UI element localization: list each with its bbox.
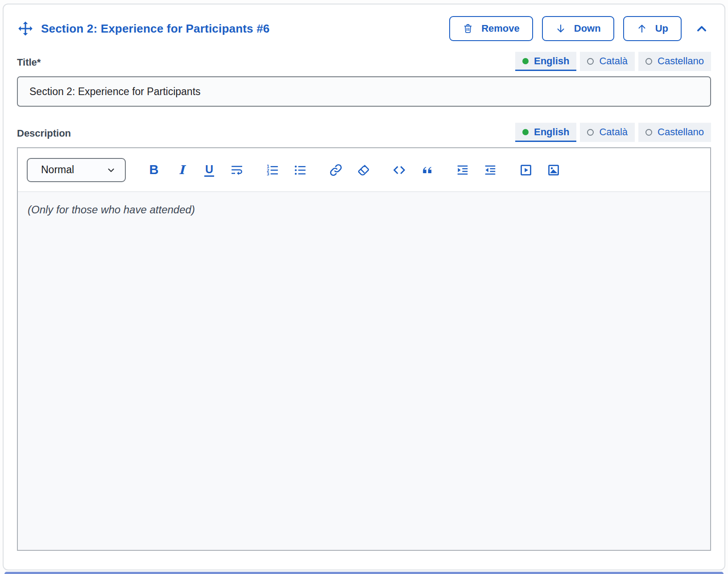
inactive-language-circle-icon (587, 58, 594, 65)
title-field-row: Title* English Català Castellano (17, 52, 711, 71)
arrow-down-icon (555, 23, 566, 34)
title-input[interactable] (17, 76, 711, 107)
description-lang-tab-catala[interactable]: Català (580, 123, 635, 142)
next-section-card-top-edge (4, 572, 724, 574)
video-icon[interactable] (518, 162, 534, 178)
trash-icon (463, 23, 473, 34)
description-field-row: Description English Català Castellano (17, 123, 711, 142)
text-wrap-icon[interactable] (229, 162, 244, 178)
title-lang-tab-castellano[interactable]: Castellano (638, 52, 711, 71)
active-language-dot-icon (522, 129, 529, 135)
underline-icon[interactable]: U (202, 162, 217, 178)
italic-icon[interactable]: I (174, 162, 189, 178)
paragraph-style-dropdown[interactable]: Normal (27, 158, 126, 182)
page: Section 2: Experience for Participants #… (0, 0, 728, 574)
title-language-tabs: English Català Castellano (515, 52, 711, 71)
description-label: Description (17, 128, 71, 142)
title-lang-tab-catala-label: Català (599, 55, 628, 67)
remove-button[interactable]: Remove (449, 16, 533, 41)
toolbar-group-indent (455, 162, 498, 178)
arrow-up-icon (637, 23, 647, 34)
toolbar-group-text-format: B I U (146, 162, 244, 178)
clear-formatting-eraser-icon[interactable] (356, 162, 371, 178)
chevron-down-icon (106, 165, 116, 175)
editor-paragraph: (Only for those who have attended) (28, 204, 700, 216)
indent-decrease-icon[interactable] (483, 162, 498, 178)
chevron-up-icon (695, 22, 708, 35)
remove-button-label: Remove (481, 23, 520, 34)
title-lang-tab-english[interactable]: English (515, 52, 576, 71)
up-button-label: Up (655, 23, 668, 34)
active-language-dot-icon (522, 58, 529, 64)
section-card: Section 2: Experience for Participants #… (3, 4, 725, 570)
image-icon[interactable] (546, 162, 561, 178)
section-title: Section 2: Experience for Participants #… (41, 22, 270, 36)
editor-content-area[interactable]: (Only for those who have attended) (18, 192, 710, 550)
code-view-icon[interactable] (392, 162, 407, 178)
inactive-language-circle-icon (645, 58, 652, 65)
bold-icon[interactable]: B (146, 162, 161, 178)
inactive-language-circle-icon (645, 129, 652, 136)
drag-move-icon[interactable] (17, 20, 34, 37)
description-lang-tab-catala-label: Català (599, 126, 628, 138)
toolbar-group-media (518, 162, 561, 178)
editor-toolbar: Normal B I U (18, 148, 710, 192)
toolbar-group-link (328, 162, 371, 178)
link-icon[interactable] (328, 162, 343, 178)
title-lang-tab-castellano-label: Castellano (658, 55, 704, 67)
description-lang-tab-castellano-label: Castellano (658, 126, 704, 138)
description-lang-tab-english[interactable]: English (515, 123, 576, 142)
title-lang-tab-catala[interactable]: Català (580, 52, 635, 71)
indent-increase-icon[interactable] (455, 162, 470, 178)
description-lang-tab-english-label: English (534, 126, 569, 138)
section-actions: Remove Down Up (449, 16, 711, 41)
title-label: Title* (17, 57, 41, 71)
blockquote-icon[interactable] (419, 162, 434, 178)
rich-text-editor: Normal B I U (17, 147, 711, 551)
description-lang-tab-castellano[interactable]: Castellano (638, 123, 711, 142)
section-header: Section 2: Experience for Participants #… (17, 16, 711, 41)
move-down-button[interactable]: Down (542, 16, 614, 41)
move-up-button[interactable]: Up (623, 16, 682, 41)
section-header-left: Section 2: Experience for Participants #… (17, 20, 270, 37)
bullet-list-icon[interactable] (293, 162, 308, 178)
collapse-section-button[interactable] (692, 19, 711, 38)
inactive-language-circle-icon (587, 129, 594, 136)
ordered-list-icon[interactable]: 1 2 3 (265, 162, 280, 178)
svg-text:3: 3 (267, 171, 269, 176)
toolbar-group-lists: 1 2 3 (265, 162, 308, 178)
paragraph-style-value: Normal (41, 164, 74, 176)
description-language-tabs: English Català Castellano (515, 123, 711, 142)
title-lang-tab-english-label: English (534, 55, 569, 67)
down-button-label: Down (574, 23, 601, 34)
toolbar-group-blocks (392, 162, 434, 178)
